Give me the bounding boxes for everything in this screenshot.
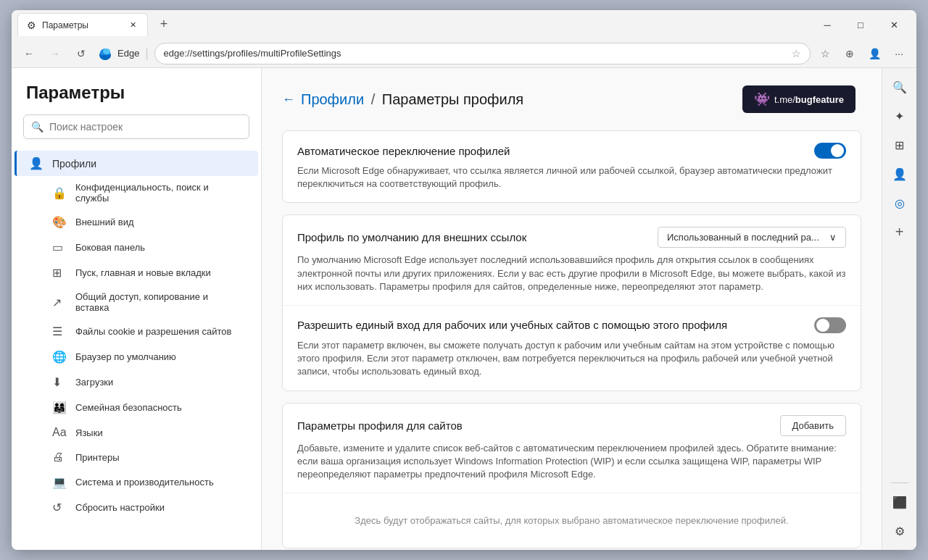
back-to-profiles-button[interactable]: ← bbox=[282, 92, 295, 107]
reload-button[interactable]: ↺ bbox=[70, 42, 93, 65]
printers-label: Принтеры bbox=[75, 452, 120, 463]
privacy-icon: 🔒 bbox=[52, 186, 67, 200]
sidebar-item-appearance[interactable]: 🎨 Внешний вид bbox=[14, 209, 258, 235]
sso-toggle[interactable] bbox=[814, 317, 846, 333]
default-profile-header: Профиль по умолчанию для внешних ссылок … bbox=[297, 227, 846, 248]
sidebar-item-sharing[interactable]: ↗ Общий доступ, копирование и вставка bbox=[14, 285, 258, 319]
auto-switch-title: Автоматическое переключение профилей bbox=[297, 145, 510, 157]
sidebar-item-newtab[interactable]: ⊞ Пуск, главная и новые вкладки bbox=[14, 260, 258, 285]
browser-window: ⚙ Параметры ✕ + ─ □ ✕ ← → ↺ Edge | edge:… bbox=[12, 10, 916, 550]
sidebar-item-sidepanel[interactable]: ▭ Боковая панель bbox=[14, 235, 258, 260]
bug-icon: 👾 bbox=[754, 91, 770, 107]
sidebar-item-privacy[interactable]: 🔒 Конфиденциальность, поиск и службы bbox=[14, 176, 258, 209]
new-tab-button[interactable]: + bbox=[154, 14, 174, 34]
search-icon: 🔍 bbox=[31, 121, 44, 133]
auto-switch-toggle[interactable] bbox=[814, 143, 846, 159]
title-bar: ⚙ Параметры ✕ + ─ □ ✕ bbox=[12, 10, 916, 39]
sidebar-item-system[interactable]: 💻 Система и производительность bbox=[14, 469, 258, 495]
maximize-button[interactable]: □ bbox=[844, 13, 877, 36]
auto-switch-header: Автоматическое переключение профилей bbox=[297, 143, 846, 159]
add-site-button[interactable]: Добавить bbox=[780, 415, 846, 436]
sites-header: Параметры профиля для сайтов Добавить bbox=[297, 415, 846, 436]
rs-add-icon[interactable]: + bbox=[887, 219, 913, 245]
sidebar-title: Параметры bbox=[12, 83, 261, 114]
promo-text: t.me/bugfeature bbox=[774, 94, 844, 105]
rs-settings-icon[interactable]: ⚙ bbox=[887, 518, 913, 544]
rs-edge-icon[interactable]: ◎ bbox=[887, 190, 913, 216]
settings-tab-icon: ⚙ bbox=[27, 20, 36, 31]
default-profile-row: Профиль по умолчанию для внешних ссылок … bbox=[283, 215, 861, 306]
tab-close-button[interactable]: ✕ bbox=[127, 20, 138, 31]
sharing-icon: ↗ bbox=[52, 296, 67, 309]
breadcrumb: Профили / Параметры профиля bbox=[301, 91, 523, 108]
rs-copilot-icon[interactable]: ✦ bbox=[887, 103, 913, 129]
nav-actions: ☆ ⊕ 👤 ··· bbox=[813, 42, 911, 65]
address-text: edge://settings/profiles/multiProfileSet… bbox=[164, 48, 787, 59]
collections-button[interactable]: ⊕ bbox=[838, 42, 861, 65]
sidebar-item-reset[interactable]: ↺ Сбросить настройки bbox=[14, 495, 258, 520]
default-browser-label: Браузер по умолчанию bbox=[75, 351, 176, 362]
auto-switch-section: Автоматическое переключение профилей Есл… bbox=[282, 130, 861, 203]
rs-divider bbox=[891, 482, 908, 483]
content-area: ← Профили / Параметры профиля 👾 t.me/bug… bbox=[262, 68, 882, 550]
profile-button[interactable]: 👤 bbox=[863, 42, 886, 65]
sidebar-item-profiles[interactable]: 👤 Профили bbox=[14, 151, 258, 176]
languages-label: Языки bbox=[75, 427, 103, 438]
minimize-button[interactable]: ─ bbox=[811, 13, 844, 36]
promo-bold: bugfeature bbox=[795, 94, 844, 105]
search-input[interactable] bbox=[49, 121, 241, 133]
system-label: Система и производительность bbox=[75, 477, 214, 488]
breadcrumb-separator: / bbox=[371, 91, 376, 107]
edge-logo-icon bbox=[97, 46, 113, 62]
search-box[interactable]: 🔍 bbox=[23, 114, 249, 139]
privacy-label: Конфиденциальность, поиск и службы bbox=[75, 182, 244, 204]
rs-search-icon[interactable]: 🔍 bbox=[887, 74, 913, 100]
rs-display-icon[interactable]: ⬛ bbox=[887, 489, 913, 515]
appearance-icon: 🎨 bbox=[52, 215, 67, 229]
sidebar-item-default-browser[interactable]: 🌐 Браузер по умолчанию bbox=[14, 344, 258, 369]
breadcrumb-link[interactable]: Профили bbox=[301, 91, 364, 107]
back-button[interactable]: ← bbox=[17, 42, 41, 65]
sidebar-item-printers[interactable]: 🖨 Принтеры bbox=[14, 445, 258, 469]
promo-badge[interactable]: 👾 t.me/bugfeature bbox=[742, 85, 856, 113]
reset-label: Сбросить настройки bbox=[75, 502, 165, 513]
sites-section: Параметры профиля для сайтов Добавить До… bbox=[282, 403, 861, 549]
cookies-icon: ☰ bbox=[52, 325, 67, 338]
window-controls: ─ □ ✕ bbox=[811, 13, 911, 36]
languages-icon: Aa bbox=[52, 426, 67, 439]
close-window-button[interactable]: ✕ bbox=[877, 13, 911, 36]
sidepanel-label: Боковая панель bbox=[75, 242, 145, 253]
settings-tab[interactable]: ⚙ Параметры ✕ bbox=[17, 13, 148, 36]
profiles-icon: 👤 bbox=[29, 156, 44, 170]
toggle-thumb bbox=[831, 144, 844, 157]
newtab-icon: ⊞ bbox=[52, 266, 67, 280]
breadcrumb-current: Параметры профиля bbox=[382, 91, 523, 107]
address-bar[interactable]: edge://settings/profiles/multiProfileSet… bbox=[154, 43, 811, 64]
star-icon[interactable]: ☆ bbox=[792, 48, 801, 59]
system-icon: 💻 bbox=[52, 475, 67, 489]
promo-prefix: t.me/ bbox=[774, 94, 795, 105]
sites-desc: Добавьте, измените и удалите список веб-… bbox=[297, 442, 846, 482]
page-header: ← Профили / Параметры профиля 👾 t.me/bug… bbox=[282, 85, 861, 113]
sidebar-item-downloads[interactable]: ⬇ Загрузки bbox=[14, 369, 258, 395]
newtab-label: Пуск, главная и новые вкладки bbox=[75, 267, 211, 278]
address-separator: | bbox=[145, 47, 148, 60]
menu-button[interactable]: ··· bbox=[887, 42, 911, 65]
rs-apps-icon[interactable]: ⊞ bbox=[887, 132, 913, 158]
sso-toggle-thumb bbox=[816, 319, 829, 332]
dropdown-value: Использованный в последний ра... bbox=[667, 232, 819, 243]
sidebar-item-cookies[interactable]: ☰ Файлы cookie и разрешения сайтов bbox=[14, 319, 258, 344]
nav-bar: ← → ↺ Edge | edge://settings/profiles/mu… bbox=[12, 39, 916, 68]
forward-button[interactable]: → bbox=[44, 42, 67, 65]
sharing-label: Общий доступ, копирование и вставка bbox=[75, 291, 244, 313]
dropdown-arrow-icon: ∨ bbox=[829, 232, 837, 243]
favorites-button[interactable]: ☆ bbox=[813, 42, 837, 65]
right-sidebar: 🔍 ✦ ⊞ 👤 ◎ + ⬛ ⚙ bbox=[882, 68, 916, 550]
sidebar-item-family[interactable]: 👨‍👩‍👧 Семейная безопасность bbox=[14, 395, 258, 420]
sidepanel-icon: ▭ bbox=[52, 241, 67, 254]
sites-title: Параметры профиля для сайтов bbox=[297, 419, 463, 432]
sidebar-item-languages[interactable]: Aa Языки bbox=[14, 420, 258, 445]
rs-profile-icon[interactable]: 👤 bbox=[887, 161, 913, 187]
default-profile-dropdown[interactable]: Использованный в последний ра... ∨ bbox=[658, 227, 846, 248]
family-icon: 👨‍👩‍👧 bbox=[52, 401, 67, 414]
